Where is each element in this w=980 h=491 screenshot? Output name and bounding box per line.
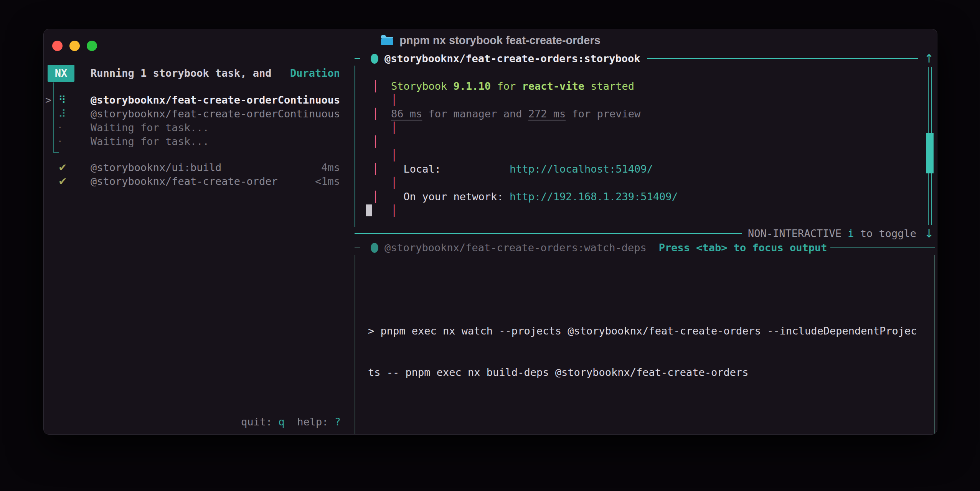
cursor-row bbox=[368, 421, 934, 435]
output-text: On your network: bbox=[404, 191, 503, 203]
output-text: │ bbox=[366, 80, 391, 92]
storybook-line: │ Storybook 9.1.10 for react-vite starte… bbox=[366, 79, 935, 93]
task-name: @storybooknx/feat-create-order bbox=[91, 175, 278, 188]
output-text bbox=[441, 163, 510, 175]
quit-key[interactable]: q bbox=[278, 415, 284, 429]
output-text: react-vite bbox=[522, 80, 584, 92]
storybook-line: │ bbox=[366, 204, 935, 217]
scrollbar-thumb[interactable] bbox=[926, 133, 934, 173]
check-icon: ✔ bbox=[58, 175, 67, 188]
scroll-down-icon[interactable]: ↓ bbox=[923, 227, 935, 241]
quit-label: quit: bbox=[241, 415, 279, 429]
toggle-suffix-label: to toggle bbox=[854, 227, 916, 241]
output-text: 86 ms bbox=[391, 108, 422, 120]
storybook-line: │ bbox=[366, 121, 935, 135]
storybook-panel-title: @storybooknx/feat-create-orders:storyboo… bbox=[384, 52, 640, 66]
task-row[interactable]: ·Waiting for task... bbox=[44, 135, 355, 148]
output-text: for manager and bbox=[422, 108, 528, 120]
storybook-line: │ bbox=[366, 148, 935, 162]
running-tasks: >⠻@storybooknx/feat-create-orderContinuo… bbox=[44, 93, 355, 148]
window-title: pnpm nx storybook feat-create-orders bbox=[399, 34, 601, 47]
waiting-dot-icon: · bbox=[58, 135, 62, 148]
task-row[interactable]: ⠼@storybooknx/feat-create-orderContinuou… bbox=[44, 107, 355, 121]
panel-border-line bbox=[647, 58, 918, 59]
task-duration: Continuous bbox=[278, 107, 340, 121]
panel-border-line bbox=[830, 247, 935, 248]
command-line: ts -- pnpm exec nx build-deps @storybook… bbox=[368, 366, 934, 379]
output-text: for preview bbox=[566, 108, 640, 120]
output-text: 9.1.10 bbox=[454, 80, 491, 92]
output-text: Storybook bbox=[391, 80, 454, 92]
output-text: for bbox=[491, 80, 522, 92]
watch-deps-panel: @storybooknx/feat-create-orders:watch-de… bbox=[355, 241, 935, 421]
storybook-line: │ bbox=[366, 93, 935, 107]
watch-deps-panel-header: @storybooknx/feat-create-orders:watch-de… bbox=[355, 241, 935, 255]
panel-border-line bbox=[355, 233, 742, 234]
task-row[interactable]: >⠻@storybooknx/feat-create-orderContinuo… bbox=[44, 93, 355, 107]
output-text: │ bbox=[366, 163, 404, 175]
selected-task-pointer: > bbox=[45, 93, 51, 107]
storybook-line: │ 86 ms for manager and 272 ms for previ… bbox=[366, 107, 935, 121]
task-name: @storybooknx/ui:build bbox=[91, 161, 221, 175]
task-duration: <1ms bbox=[315, 175, 340, 188]
storybook-panel-footer: NON-INTERACTIVE i to toggle ↓ bbox=[355, 227, 935, 241]
command-line: > pnpm exec nx watch --projects @storybo… bbox=[368, 324, 934, 338]
duration-column-header: Duration bbox=[290, 66, 340, 80]
server-url-link[interactable]: http://localhost:51409/ bbox=[510, 163, 653, 175]
completed-tasks: ✔@storybooknx/ui:build4ms✔@storybooknx/f… bbox=[44, 161, 355, 188]
output-text: Local: bbox=[404, 163, 441, 175]
panel-border-stub bbox=[355, 247, 360, 248]
task-row[interactable]: ·Waiting for task... bbox=[44, 121, 355, 135]
task-duration: Continuous bbox=[278, 93, 340, 107]
output-text: │ bbox=[366, 135, 379, 147]
storybook-line: │ bbox=[366, 176, 935, 190]
output-text: │ bbox=[372, 204, 397, 216]
output-text: 272 ms bbox=[528, 108, 566, 120]
folder-icon bbox=[380, 35, 394, 46]
scroll-up-icon[interactable]: ↑ bbox=[923, 52, 935, 66]
storybook-output-panel: @storybooknx/feat-create-orders:storyboo… bbox=[355, 52, 935, 241]
watch-deps-panel-title: @storybooknx/feat-create-orders:watch-de… bbox=[384, 241, 647, 255]
running-task-dot-icon bbox=[371, 243, 378, 253]
task-name: @storybooknx/feat-create-order bbox=[91, 107, 278, 121]
interactive-toggle-key[interactable]: i bbox=[848, 227, 854, 241]
panel-border-stub bbox=[355, 58, 360, 59]
spinner-icon: ⠼ bbox=[58, 107, 66, 121]
storybook-line: │ On your network: http://192.168.1.239:… bbox=[366, 190, 935, 204]
storybook-panel-header: @storybooknx/feat-create-orders:storyboo… bbox=[355, 52, 935, 66]
task-name: @storybooknx/feat-create-order bbox=[91, 93, 278, 107]
output-text: │ bbox=[366, 94, 397, 106]
non-interactive-label: NON-INTERACTIVE bbox=[748, 227, 848, 241]
keybinding-footer: quit: q help: ? bbox=[44, 415, 355, 429]
help-key[interactable]: ? bbox=[335, 415, 341, 429]
output-text: │ bbox=[366, 108, 391, 120]
terminal-window: pnpm nx storybook feat-create-orders NX … bbox=[43, 29, 937, 435]
task-row[interactable]: ✔@storybooknx/feat-create-order<1ms bbox=[44, 175, 355, 188]
task-duration: 4ms bbox=[321, 161, 340, 175]
waiting-dot-icon: · bbox=[58, 121, 62, 135]
output-text: │ bbox=[366, 177, 397, 189]
watch-deps-terminal-output: > pnpm exec nx watch --projects @storybo… bbox=[355, 255, 935, 435]
storybook-line: │ Local: http://localhost:51409/ bbox=[366, 162, 935, 176]
task-name: Waiting for task... bbox=[91, 121, 209, 135]
output-text bbox=[503, 191, 510, 203]
output-text: │ bbox=[366, 191, 404, 203]
storybook-terminal-output: │ Storybook 9.1.10 for react-vite starte… bbox=[355, 66, 935, 227]
task-row[interactable]: ✔@storybooknx/ui:build4ms bbox=[44, 161, 355, 175]
output-text: started bbox=[584, 80, 634, 92]
screen: pnpm nx storybook feat-create-orders NX … bbox=[0, 0, 980, 491]
terminal-cursor bbox=[366, 204, 372, 216]
task-list-header-text: Running 1 storybook task, and bbox=[91, 66, 271, 80]
task-list-panel: NX Running 1 storybook task, and Duratio… bbox=[44, 29, 355, 435]
running-task-dot-icon bbox=[371, 54, 378, 64]
storybook-line: │ bbox=[366, 135, 935, 148]
check-icon: ✔ bbox=[58, 161, 67, 175]
output-text: │ bbox=[366, 149, 397, 161]
spinner-icon: ⠻ bbox=[58, 93, 66, 107]
help-label: help: bbox=[285, 415, 335, 429]
task-name: Waiting for task... bbox=[91, 135, 209, 148]
server-url-link[interactable]: http://192.168.1.239:51409/ bbox=[510, 191, 678, 203]
output-text: │ bbox=[366, 122, 397, 133]
focus-output-hint: Press <tab> to focus output bbox=[659, 241, 827, 255]
task-list-header: Running 1 storybook task, and Duration bbox=[44, 66, 355, 80]
